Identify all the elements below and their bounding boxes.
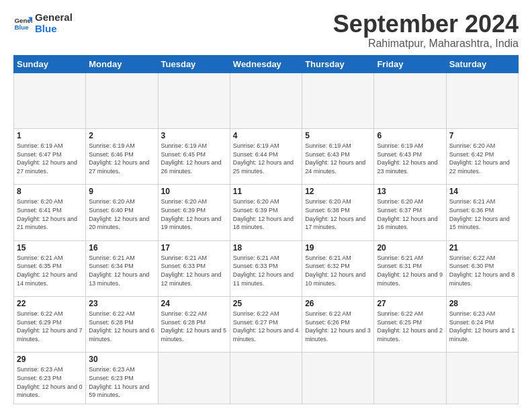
calendar-cell: 12Sunrise: 6:20 AMSunset: 6:38 PMDayligh…: [302, 185, 374, 240]
calendar-cell: 24Sunrise: 6:22 AMSunset: 6:28 PMDayligh…: [158, 297, 230, 353]
day-info: Sunrise: 6:20 AMSunset: 6:40 PMDaylight:…: [89, 197, 154, 231]
day-info: Sunrise: 6:20 AMSunset: 6:41 PMDaylight:…: [17, 197, 83, 231]
day-info: Sunrise: 6:20 AMSunset: 6:42 PMDaylight:…: [449, 142, 515, 175]
day-number: 24: [161, 299, 227, 308]
calendar-cell: [446, 353, 518, 404]
day-info: Sunrise: 6:21 AMSunset: 6:32 PMDaylight:…: [305, 254, 371, 287]
title-block: September 2024 Rahimatpur, Maharashtra, …: [333, 11, 519, 50]
day-info: Sunrise: 6:22 AMSunset: 6:27 PMDaylight:…: [233, 310, 299, 343]
calendar-cell: 28Sunrise: 6:23 AMSunset: 6:24 PMDayligh…: [446, 297, 518, 353]
day-number: 10: [161, 187, 227, 196]
day-of-week-header: Tuesday: [158, 55, 230, 73]
day-info: Sunrise: 6:22 AMSunset: 6:26 PMDaylight:…: [305, 310, 371, 343]
calendar-cell: 19Sunrise: 6:21 AMSunset: 6:32 PMDayligh…: [302, 240, 374, 296]
calendar-cell: 10Sunrise: 6:20 AMSunset: 6:39 PMDayligh…: [158, 185, 230, 240]
calendar-cell: [302, 73, 374, 128]
day-info: Sunrise: 6:20 AMSunset: 6:38 PMDaylight:…: [305, 197, 371, 231]
day-info: Sunrise: 6:19 AMSunset: 6:43 PMDaylight:…: [305, 142, 371, 175]
day-info: Sunrise: 6:23 AMSunset: 6:23 PMDaylight:…: [17, 365, 83, 399]
day-number: 6: [377, 131, 443, 140]
day-info: Sunrise: 6:20 AMSunset: 6:39 PMDaylight:…: [161, 197, 227, 231]
calendar-cell: 4Sunrise: 6:19 AMSunset: 6:44 PMDaylight…: [230, 128, 302, 184]
day-number: 12: [305, 187, 371, 196]
calendar-cell: [86, 73, 158, 128]
day-number: 29: [17, 355, 83, 364]
day-info: Sunrise: 6:21 AMSunset: 6:34 PMDaylight:…: [89, 254, 154, 287]
day-number: 11: [233, 187, 299, 196]
day-info: Sunrise: 6:21 AMSunset: 6:36 PMDaylight:…: [449, 197, 515, 231]
day-number: 16: [89, 243, 154, 253]
svg-text:Blue: Blue: [14, 23, 29, 30]
calendar-cell: 18Sunrise: 6:21 AMSunset: 6:33 PMDayligh…: [230, 240, 302, 296]
day-info: Sunrise: 6:22 AMSunset: 6:28 PMDaylight:…: [161, 310, 227, 343]
calendar-cell: 5Sunrise: 6:19 AMSunset: 6:43 PMDaylight…: [302, 128, 374, 184]
calendar-cell: 9Sunrise: 6:20 AMSunset: 6:40 PMDaylight…: [86, 185, 158, 240]
day-number: 4: [233, 131, 299, 140]
calendar-cell: 25Sunrise: 6:22 AMSunset: 6:27 PMDayligh…: [230, 297, 302, 353]
calendar-cell: 30Sunrise: 6:23 AMSunset: 6:23 PMDayligh…: [86, 353, 158, 404]
day-number: 27: [377, 299, 443, 308]
day-info: Sunrise: 6:22 AMSunset: 6:29 PMDaylight:…: [17, 310, 83, 343]
day-info: Sunrise: 6:20 AMSunset: 6:39 PMDaylight:…: [233, 197, 299, 231]
calendar-cell: [374, 353, 446, 404]
day-number: 7: [449, 131, 515, 140]
calendar-cell: 15Sunrise: 6:21 AMSunset: 6:35 PMDayligh…: [14, 240, 86, 296]
calendar-cell: [374, 73, 446, 128]
day-number: 1: [17, 131, 83, 140]
day-info: Sunrise: 6:23 AMSunset: 6:23 PMDaylight:…: [89, 365, 154, 399]
calendar-cell: 20Sunrise: 6:21 AMSunset: 6:31 PMDayligh…: [374, 240, 446, 296]
calendar-cell: 22Sunrise: 6:22 AMSunset: 6:29 PMDayligh…: [14, 297, 86, 353]
calendar-cell: 1Sunrise: 6:19 AMSunset: 6:47 PMDaylight…: [14, 128, 86, 184]
calendar-cell: [158, 73, 230, 128]
calendar-cell: 8Sunrise: 6:20 AMSunset: 6:41 PMDaylight…: [14, 185, 86, 240]
day-of-week-header: Friday: [374, 55, 446, 73]
day-number: 26: [305, 299, 371, 308]
calendar-cell: [302, 353, 374, 404]
day-number: 20: [377, 243, 443, 253]
day-number: 22: [17, 299, 83, 308]
day-info: Sunrise: 6:20 AMSunset: 6:37 PMDaylight:…: [377, 197, 443, 231]
logo-blue: Blue: [35, 24, 73, 35]
calendar-cell: 7Sunrise: 6:20 AMSunset: 6:42 PMDaylight…: [446, 128, 518, 184]
calendar-cell: [230, 353, 302, 404]
day-number: 2: [89, 131, 154, 140]
day-number: 14: [449, 187, 515, 196]
logo-general: General: [35, 12, 73, 24]
calendar-cell: 13Sunrise: 6:20 AMSunset: 6:37 PMDayligh…: [374, 185, 446, 240]
day-number: 17: [161, 243, 227, 253]
day-info: Sunrise: 6:21 AMSunset: 6:33 PMDaylight:…: [161, 254, 227, 287]
calendar-cell: 11Sunrise: 6:20 AMSunset: 6:39 PMDayligh…: [230, 185, 302, 240]
calendar-cell: 29Sunrise: 6:23 AMSunset: 6:23 PMDayligh…: [14, 353, 86, 404]
day-number: 13: [377, 187, 443, 196]
day-info: Sunrise: 6:19 AMSunset: 6:43 PMDaylight:…: [377, 142, 443, 175]
day-of-week-header: Thursday: [302, 55, 374, 73]
day-info: Sunrise: 6:22 AMSunset: 6:25 PMDaylight:…: [377, 310, 443, 343]
day-info: Sunrise: 6:22 AMSunset: 6:30 PMDaylight:…: [449, 254, 515, 287]
day-of-week-header: Wednesday: [230, 55, 302, 73]
calendar-cell: 6Sunrise: 6:19 AMSunset: 6:43 PMDaylight…: [374, 128, 446, 184]
calendar-cell: 3Sunrise: 6:19 AMSunset: 6:45 PMDaylight…: [158, 128, 230, 184]
location-title: Rahimatpur, Maharashtra, India: [333, 38, 519, 50]
calendar-cell: [14, 73, 86, 128]
day-info: Sunrise: 6:19 AMSunset: 6:45 PMDaylight:…: [161, 142, 227, 175]
calendar-cell: 17Sunrise: 6:21 AMSunset: 6:33 PMDayligh…: [158, 240, 230, 296]
day-number: 21: [449, 243, 515, 253]
day-info: Sunrise: 6:19 AMSunset: 6:46 PMDaylight:…: [89, 142, 154, 175]
calendar-cell: 23Sunrise: 6:22 AMSunset: 6:28 PMDayligh…: [86, 297, 158, 353]
logo-icon: General Blue: [13, 13, 32, 32]
calendar-cell: 16Sunrise: 6:21 AMSunset: 6:34 PMDayligh…: [86, 240, 158, 296]
day-number: 25: [233, 299, 299, 308]
calendar-cell: [230, 73, 302, 128]
day-info: Sunrise: 6:19 AMSunset: 6:44 PMDaylight:…: [233, 142, 299, 175]
day-number: 9: [89, 187, 154, 196]
day-number: 19: [305, 243, 371, 253]
day-info: Sunrise: 6:19 AMSunset: 6:47 PMDaylight:…: [17, 142, 83, 175]
calendar-cell: 26Sunrise: 6:22 AMSunset: 6:26 PMDayligh…: [302, 297, 374, 353]
day-number: 30: [89, 355, 154, 364]
day-of-week-header: Sunday: [14, 55, 86, 73]
day-number: 5: [305, 131, 371, 140]
calendar-cell: 2Sunrise: 6:19 AMSunset: 6:46 PMDaylight…: [86, 128, 158, 184]
day-of-week-header: Monday: [86, 55, 158, 73]
day-info: Sunrise: 6:21 AMSunset: 6:33 PMDaylight:…: [233, 254, 299, 287]
page-header: General Blue General Blue September 2024…: [13, 11, 519, 50]
